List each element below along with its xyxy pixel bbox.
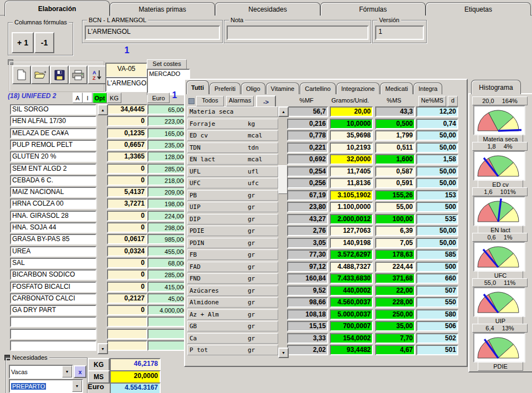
ingredient-qty[interactable]: 0,0617 [107, 234, 147, 244]
sort-button[interactable]: A Z [88, 65, 106, 84]
ingredient-qty[interactable]: 0,0324 [107, 246, 147, 257]
ingredient-name[interactable]: SIL SORGO [10, 104, 96, 115]
nutrient-gramos-value[interactable]: 4.488,7327 [330, 262, 373, 272]
nutrient-nexms-value[interactable]: 500 [416, 262, 458, 272]
nutrient-gramos-value[interactable]: 5.000,0037 [330, 309, 373, 320]
nutrient-nexms-value[interactable]: 502 [416, 333, 458, 344]
nutrients-scrollbar[interactable] [278, 106, 287, 356]
nutrient-gramos-value[interactable]: 440,0002 [330, 285, 373, 296]
ingredient-qty[interactable]: 0 [107, 222, 147, 233]
nutrient-name[interactable]: FBgr [187, 249, 278, 260]
tab-etiquetas[interactable]: Etiquetas [426, 2, 531, 16]
ingredient-qty[interactable]: 0 [107, 175, 147, 186]
nutrient-name[interactable]: PBgr [187, 190, 278, 201]
tab-elaboración[interactable]: Elaboración [4, 1, 110, 16]
ingredient-qty[interactable]: 3,7271 [107, 198, 147, 209]
nutrient-name[interactable]: ED cvmcal [187, 130, 278, 141]
tab-fórmulas[interactable]: Fórmulas [320, 2, 426, 16]
nutrient-gramos-value[interactable]: 93,4482 [330, 345, 373, 355]
ingredient-qty[interactable] [107, 329, 147, 339]
nutrient-nexms-value[interactable]: 660 [416, 273, 458, 284]
ingredient-name[interactable] [10, 317, 96, 327]
nutrient-gramos-value[interactable]: 140,9198 [330, 238, 373, 248]
nutrient-gramos-value[interactable]: 1.100,0000 [330, 202, 373, 212]
needs-profile-combo[interactable]: PREPARTO ▼ [9, 379, 83, 393]
nutrient-nexms-value[interactable]: 506 [416, 321, 458, 331]
nutrient-name[interactable]: Forrajekg [187, 119, 278, 129]
nutrient-nexms-value[interactable]: 50,00 [416, 166, 458, 177]
tab-cartellino[interactable]: Cartellino [300, 83, 335, 94]
ingredient-qty[interactable]: 5,4137 [107, 187, 147, 197]
nutrient-name[interactable]: Azúcaresgr [187, 285, 278, 296]
nutrient-gramos-value[interactable]: 10,0000 [330, 119, 373, 129]
nutrients-scroll-down-icon[interactable]: ▼ [278, 348, 289, 358]
column-a-button[interactable]: A [73, 93, 83, 103]
ingredient-name[interactable]: MAIZ NACIONAL [10, 187, 96, 197]
nutrient-name[interactable]: Cagr [187, 333, 278, 344]
chevron-down-icon[interactable]: ▼ [72, 380, 82, 392]
ingredient-name[interactable]: GRASA BY-PAS 85 [10, 234, 96, 244]
set-costes-header[interactable]: Set costes [147, 59, 187, 69]
nexms-header-button[interactable]: Ne%MS [418, 96, 446, 106]
ingredient-qty[interactable]: 0 [107, 305, 147, 315]
total-kg-button[interactable]: KG [88, 358, 110, 371]
nutrient-gramos-value[interactable]: 11,7405 [330, 166, 373, 177]
nutrient-gramos-value[interactable]: 700,0007 [330, 321, 373, 331]
ingredient-name[interactable]: FOSFATO BICALCI [10, 282, 96, 292]
formula-code-field[interactable]: VA-05 [105, 63, 147, 78]
nutrient-gramos-value[interactable]: 11,8136 [330, 178, 373, 188]
ingredient-name[interactable]: HNA. GIRASOL 28 [10, 211, 96, 221]
print-button[interactable] [69, 65, 88, 84]
ingredient-name[interactable] [10, 340, 96, 351]
nutrient-gramos-value[interactable]: 3.105,1902 [330, 190, 373, 201]
nutrient-nexms-value[interactable]: 550 [416, 297, 458, 308]
ingredient-qty[interactable] [107, 317, 147, 327]
nutrient-gramos-value[interactable]: 20,00 [330, 106, 373, 117]
ingredient-name[interactable]: PULP REMOL PELT [10, 140, 96, 150]
chevron-down-icon[interactable]: ▼ [62, 366, 72, 377]
ingredient-qty[interactable]: 0,6657 [107, 140, 147, 150]
ingredient-name[interactable] [10, 329, 96, 339]
ingredient-name[interactable]: SEM ENT ALGD 2 [10, 164, 96, 174]
nutrient-nexms-value[interactable]: 501 [416, 345, 458, 355]
nutrient-nexms-value[interactable]: 50,00 [416, 130, 458, 141]
remove-column-button[interactable]: -1 [34, 32, 54, 53]
nutrient-gramos-value[interactable]: 154,0002 [330, 333, 373, 344]
ingredient-name[interactable]: SAL [10, 258, 96, 268]
nutrient-gramos-value[interactable]: 4.560,0037 [330, 297, 373, 308]
column-i-button[interactable]: I [83, 93, 93, 103]
nutrient-name[interactable]: TDNtdn [187, 142, 278, 153]
tab-histograma[interactable]: Histograma [471, 80, 521, 94]
ingredient-qty[interactable]: 0 [107, 269, 147, 280]
new-document-button[interactable] [12, 65, 31, 84]
nutrient-gramos-value[interactable]: 35,9698 [330, 130, 373, 141]
tab-vitamine[interactable]: Vitamine [266, 83, 300, 94]
bcn-field[interactable]: L'ARMENGOL [85, 25, 220, 40]
ingredient-name[interactable]: BICARBON SODICO [10, 269, 96, 280]
nutrient-nexms-value[interactable]: 50,00 [416, 238, 458, 248]
nutrient-name[interactable]: FNDgr [187, 273, 278, 284]
ingredient-qty[interactable]: 0 [107, 258, 147, 268]
nutrient-nexms-value[interactable]: 500 [416, 202, 458, 212]
tab-tutti[interactable]: Tutti [186, 80, 209, 94]
species-combo[interactable]: Vacas ▼ [9, 365, 73, 379]
ingredient-name[interactable]: GA DRY PART [10, 305, 96, 315]
nutrient-name[interactable]: Materia seca [187, 106, 278, 117]
d-button[interactable]: d [448, 96, 458, 106]
ingredient-name[interactable]: MELAZA DE CA¥A [10, 128, 96, 139]
nutrient-gramos-value[interactable]: 32,0000 [330, 154, 373, 165]
clear-needs-button[interactable]: x [74, 365, 86, 378]
ingredient-name[interactable]: CEBADA 6 C. [10, 175, 96, 186]
todos-button[interactable]: Todos [196, 96, 224, 106]
nutrient-nexms-value[interactable]: 153 [416, 190, 458, 201]
nutrient-nexms-value[interactable]: 50,00 [416, 142, 458, 153]
nutrient-gramos-value[interactable]: 3.572,6297 [330, 249, 373, 260]
nutrient-nexms-value[interactable]: 585 [416, 249, 458, 260]
alarmas-button[interactable]: Alarmas [226, 96, 254, 106]
nutrient-nexms-value[interactable]: 12,20 [416, 106, 458, 117]
nutrient-gramos-value[interactable]: 127,7063 [330, 226, 373, 236]
nutrient-nexms-value[interactable]: 580 [416, 309, 458, 320]
nutrient-name[interactable]: EN lactmcal [187, 154, 278, 165]
ingredient-qty[interactable]: 0 [107, 211, 147, 221]
nutrient-name[interactable]: PDIEgr [187, 226, 278, 236]
